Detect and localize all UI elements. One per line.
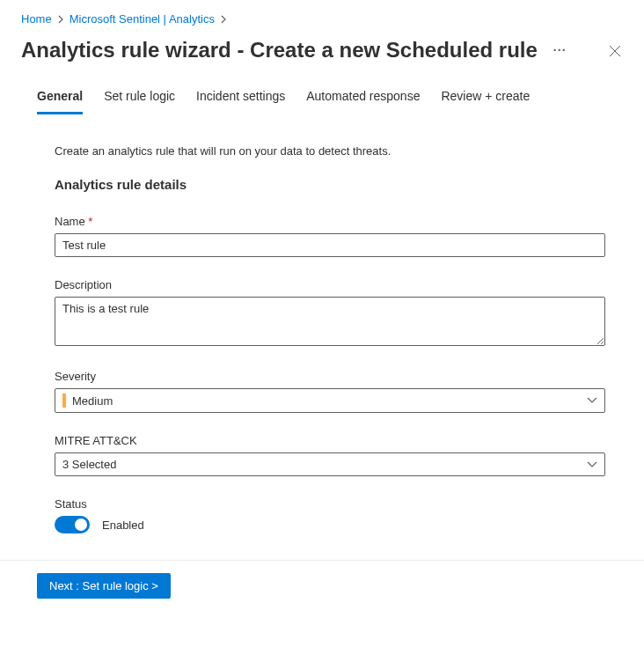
name-input[interactable] — [55, 233, 605, 257]
severity-color-bar — [62, 394, 66, 408]
tab-incident-settings[interactable]: Incident settings — [196, 89, 285, 114]
field-name: Name * — [55, 215, 605, 257]
form-intro: Create an analytics rule that will run o… — [55, 144, 605, 158]
field-mitre: MITRE ATT&CK 3 Selected — [55, 434, 605, 476]
severity-select[interactable]: Medium — [55, 388, 605, 413]
required-asterisk: * — [88, 215, 92, 228]
toggle-knob — [75, 519, 87, 531]
severity-value: Medium — [72, 394, 113, 408]
name-label: Name * — [55, 215, 605, 228]
tab-set-rule-logic[interactable]: Set rule logic — [104, 89, 175, 114]
more-button[interactable]: ··· — [550, 40, 570, 61]
breadcrumb: Home Microsoft Sentinel | Analytics — [21, 12, 623, 26]
chevron-down-icon — [587, 397, 597, 404]
tab-automated-response[interactable]: Automated response — [306, 89, 420, 114]
status-toggle[interactable] — [55, 516, 90, 533]
mitre-value: 3 Selected — [62, 458, 116, 471]
field-description: Description This is a test rule — [55, 278, 605, 349]
chevron-right-icon — [57, 15, 64, 24]
page-title-text: Analytics rule wizard - Create a new Sch… — [21, 38, 538, 63]
close-icon — [609, 45, 621, 57]
severity-label: Severity — [55, 370, 605, 383]
mitre-select[interactable]: 3 Selected — [55, 452, 605, 476]
description-label: Description — [55, 278, 605, 291]
field-severity: Severity Medium — [55, 370, 605, 413]
next-button[interactable]: Next : Set rule logic > — [37, 573, 171, 599]
page-title: Analytics rule wizard - Create a new Sch… — [21, 38, 570, 63]
tabs: General Set rule logic Incident settings… — [21, 89, 623, 114]
field-status: Status Enabled — [55, 497, 605, 533]
status-label: Status — [55, 497, 605, 511]
close-button[interactable] — [602, 38, 628, 64]
name-label-text: Name — [55, 215, 85, 228]
description-input[interactable]: This is a test rule — [55, 297, 605, 346]
tab-review-create[interactable]: Review + create — [441, 89, 530, 114]
chevron-down-icon — [587, 461, 597, 468]
section-title: Analytics rule details — [55, 177, 605, 192]
form-general: Create an analytics rule that will run o… — [21, 144, 623, 533]
page-header: Analytics rule wizard - Create a new Sch… — [21, 38, 623, 64]
tab-general[interactable]: General — [37, 89, 83, 114]
footer: Next : Set rule logic > — [0, 560, 644, 599]
chevron-right-icon — [220, 15, 227, 24]
breadcrumb-home[interactable]: Home — [21, 12, 52, 26]
status-value: Enabled — [102, 519, 144, 532]
mitre-label: MITRE ATT&CK — [55, 434, 605, 447]
breadcrumb-sentinel[interactable]: Microsoft Sentinel | Analytics — [70, 12, 215, 26]
